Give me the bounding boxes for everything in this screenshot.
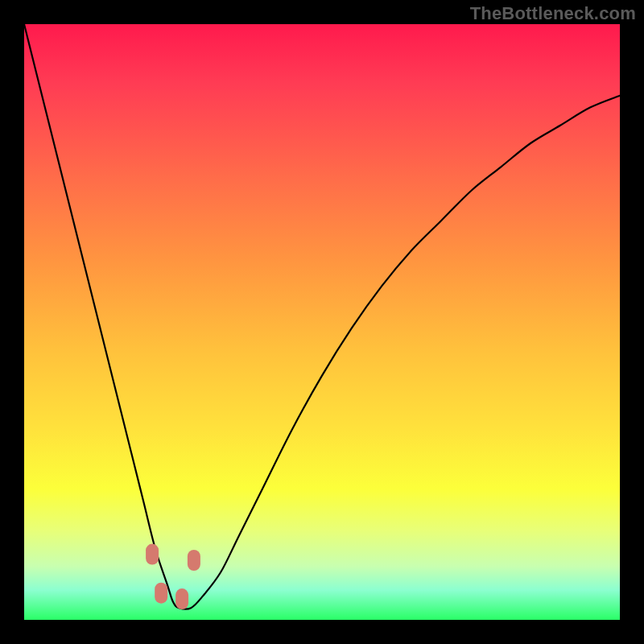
watermark-text: TheBottleneck.com	[470, 3, 636, 24]
curve-markers	[146, 544, 200, 610]
bottleneck-curve	[24, 24, 620, 609]
curve-svg	[24, 24, 620, 620]
curve-marker-3	[188, 550, 200, 571]
curve-marker-2	[175, 588, 188, 609]
chart-frame: TheBottleneck.com	[0, 0, 644, 644]
curve-marker-0	[146, 544, 159, 565]
curve-marker-1	[155, 583, 167, 604]
plot-area	[24, 24, 620, 620]
